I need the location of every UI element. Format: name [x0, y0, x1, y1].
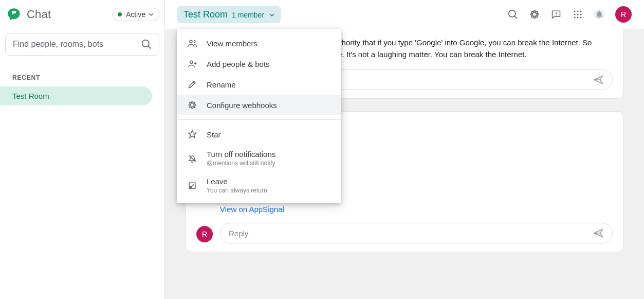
svg-point-9: [580, 16, 581, 18]
menu-label: Star: [207, 130, 221, 139]
menu-sublabel: You can always return: [207, 187, 267, 194]
svg-point-6: [580, 13, 581, 15]
bell-icon[interactable]: [594, 9, 605, 20]
account-avatar[interactable]: R: [615, 6, 632, 23]
room-selector[interactable]: Test Room 1 member: [177, 6, 281, 23]
menu-notifications-off[interactable]: Turn off notifications @mentions will st…: [177, 145, 341, 172]
feedback-icon[interactable]: [550, 9, 562, 20]
reply-input[interactable]: [229, 229, 588, 238]
main-header: Test Room 1 member R: [165, 0, 644, 29]
sidebar-room-label: Test Room: [0, 86, 152, 105]
svg-point-3: [580, 10, 581, 12]
menu-view-members[interactable]: View members: [177, 33, 341, 54]
sidebar-header: Chat Active: [0, 0, 164, 29]
send-icon[interactable]: [593, 227, 604, 239]
gear-icon: [187, 100, 197, 110]
reply-avatar: R: [196, 226, 213, 242]
gear-icon[interactable]: [529, 9, 540, 20]
leave-icon: [187, 181, 197, 191]
room-title: Test Room: [183, 9, 228, 20]
room-menu-dropdown: View members Add people & bots Rename Co…: [177, 29, 341, 203]
menu-label: Leave: [207, 177, 267, 186]
send-icon[interactable]: [593, 74, 604, 85]
person-add-icon: [187, 59, 197, 69]
svg-point-5: [577, 13, 578, 15]
chevron-down-icon: [269, 12, 274, 17]
menu-add-people[interactable]: Add people & bots: [177, 54, 341, 74]
room-member-count: 1 member: [232, 11, 264, 19]
sidebar-search-input[interactable]: [13, 40, 141, 49]
apps-grid-icon[interactable]: [572, 9, 583, 20]
sidebar-room-item[interactable]: Test Room: [0, 86, 152, 105]
sidebar-search[interactable]: [5, 33, 159, 56]
reply-field[interactable]: [220, 223, 613, 243]
search-icon: [141, 39, 152, 49]
view-appsignal-link[interactable]: View on AppSignal: [220, 205, 284, 214]
app-name: Chat: [27, 8, 51, 21]
status-label: Active: [126, 10, 145, 19]
bell-off-icon: [187, 153, 197, 164]
chevron-down-icon: [149, 12, 154, 17]
menu-configure-webhooks[interactable]: Configure webhooks: [177, 95, 341, 115]
header-icon-bar: R: [507, 6, 632, 23]
svg-point-0: [556, 15, 557, 16]
status-dot-icon: [118, 12, 122, 16]
menu-rename[interactable]: Rename: [177, 74, 341, 95]
star-icon: [187, 129, 197, 139]
pencil-icon: [187, 79, 197, 90]
svg-point-4: [574, 13, 575, 15]
svg-point-1: [574, 10, 575, 12]
menu-leave[interactable]: Leave You can always return: [177, 172, 341, 199]
chat-logo-icon: [5, 6, 23, 23]
menu-star[interactable]: Star: [177, 124, 341, 145]
menu-sublabel: @mentions will still notify: [207, 160, 275, 167]
menu-label: Add people & bots: [207, 60, 270, 68]
svg-point-7: [574, 16, 575, 18]
menu-label: View members: [207, 39, 257, 48]
header-search-icon[interactable]: [507, 9, 519, 20]
sidebar: Chat Active RECENT Test Room: [0, 0, 164, 299]
menu-label: Rename: [207, 80, 236, 89]
sidebar-section-recent: RECENT: [0, 60, 164, 86]
status-selector[interactable]: Active: [112, 8, 159, 21]
svg-point-2: [577, 10, 578, 12]
menu-separator: [177, 119, 341, 120]
people-icon: [187, 38, 197, 48]
menu-label: Configure webhooks: [207, 101, 277, 110]
svg-point-8: [577, 16, 578, 18]
menu-label: Turn off notifications: [207, 150, 275, 159]
